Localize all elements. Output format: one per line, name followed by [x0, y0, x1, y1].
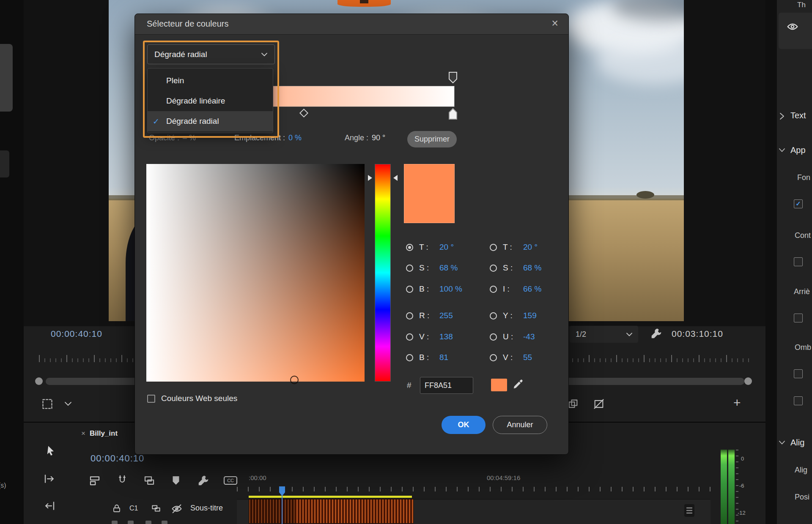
radio-button[interactable]: [406, 333, 413, 341]
hue-slider-arrow-left[interactable]: [368, 175, 372, 181]
monitor-timecode-current[interactable]: 00:00:40:10: [51, 329, 102, 339]
field-value[interactable]: -43: [523, 332, 535, 341]
cutoff-icon[interactable]: [145, 521, 151, 524]
add-marker-icon[interactable]: [170, 474, 182, 487]
delete-stop-button[interactable]: Supprimer: [407, 131, 457, 147]
field-value[interactable]: 255: [439, 311, 453, 320]
radio-button[interactable]: [406, 312, 413, 319]
field-value[interactable]: 20 °: [439, 243, 454, 252]
field-value[interactable]: 20 °: [523, 243, 538, 252]
radio-button[interactable]: [406, 354, 413, 361]
tab-close-icon[interactable]: ×: [81, 429, 85, 438]
field-value[interactable]: 55: [523, 353, 532, 362]
field-value[interactable]: 138: [439, 332, 453, 341]
radio-button[interactable]: [490, 333, 497, 341]
radio-button[interactable]: [490, 286, 497, 293]
linked-selection-icon[interactable]: [143, 474, 156, 487]
monitor-zoom-dropdown[interactable]: 1/2: [570, 326, 638, 343]
add-button-icon[interactable]: +: [733, 396, 741, 410]
field-value[interactable]: 159: [523, 311, 537, 320]
export-frame-icon[interactable]: [567, 398, 579, 410]
location-field[interactable]: Emplacement : 0 %: [234, 134, 302, 142]
menu-item-degrade-radial[interactable]: ✓ Dégradé radial: [148, 111, 273, 131]
location-value[interactable]: 0 %: [288, 134, 302, 142]
angle-value[interactable]: 90 °: [372, 134, 385, 142]
chevron-down-icon[interactable]: [779, 148, 785, 153]
visibility-eye-icon[interactable]: [786, 20, 799, 33]
track-label[interactable]: Sous-titre: [190, 504, 223, 513]
menu-item-degrade-lineaire[interactable]: Dégradé linéaire: [148, 91, 273, 111]
section-text[interactable]: Text: [790, 111, 806, 120]
arriere-plan-checkbox[interactable]: [794, 314, 803, 322]
web-colors-checkbox[interactable]: [147, 395, 155, 403]
prop-ombre: Omb: [795, 343, 811, 352]
left-dock-tab-small[interactable]: [0, 150, 9, 177]
gradient-opacity-stop[interactable]: [448, 71, 458, 84]
field-value[interactable]: 81: [439, 353, 448, 362]
radio-button[interactable]: [490, 244, 497, 251]
timeline-timecode[interactable]: 00:00:40:10: [91, 453, 144, 464]
captions-cc-icon[interactable]: CC: [223, 474, 238, 487]
dialog-close-icon[interactable]: ×: [551, 17, 558, 30]
track-sync-icon[interactable]: [151, 503, 162, 514]
color-field-cursor[interactable]: [290, 376, 299, 384]
scrollbar-handle-right[interactable]: [744, 377, 752, 385]
radio-button[interactable]: [406, 286, 413, 293]
timeline-settings-wrench-icon[interactable]: [197, 474, 210, 487]
gradient-midpoint-diamond[interactable]: [299, 109, 308, 117]
track-hidden-eye-icon[interactable]: [171, 503, 183, 515]
hue-slider-arrow-right[interactable]: [393, 175, 398, 181]
ok-button[interactable]: OK: [442, 416, 486, 434]
chevron-down-icon[interactable]: [779, 440, 785, 445]
field-value[interactable]: 68 %: [439, 263, 458, 273]
cutoff-icon[interactable]: [128, 521, 134, 524]
playhead-line[interactable]: [282, 496, 283, 524]
field-label: S :: [419, 263, 433, 273]
ombre-checkbox[interactable]: [794, 369, 803, 378]
opacity-field[interactable]: Opacité : – %: [149, 134, 196, 142]
chevron-down-icon[interactable]: [64, 401, 72, 406]
eyedropper-icon[interactable]: [512, 377, 525, 390]
left-dock-tab[interactable]: [0, 44, 13, 112]
dialog-titlebar[interactable]: Sélecteur de couleurs ×: [135, 14, 568, 35]
chevron-right-icon[interactable]: [779, 112, 785, 120]
radio-button[interactable]: [406, 244, 413, 251]
section-apparence[interactable]: App: [790, 145, 806, 155]
track-lock-icon[interactable]: [112, 503, 122, 514]
settings-wrench-icon[interactable]: [650, 327, 663, 340]
sequence-tab[interactable]: × Billy_int: [81, 429, 118, 438]
color-field[interactable]: [146, 164, 365, 382]
extra-checkbox[interactable]: [794, 396, 803, 405]
snap-disabled-icon[interactable]: [593, 398, 605, 410]
cutoff-icon[interactable]: [162, 521, 167, 524]
selection-tool-icon[interactable]: [45, 445, 57, 458]
angle-field[interactable]: Angle : 90 °: [345, 134, 385, 142]
hex-input[interactable]: [420, 377, 473, 394]
timeline-ruler-ticks[interactable]: [237, 487, 710, 491]
menu-item-plein[interactable]: Plein: [148, 71, 273, 91]
fond-checkbox[interactable]: ✓: [794, 199, 803, 208]
cutoff-icon[interactable]: [112, 521, 118, 524]
radio-button[interactable]: [490, 312, 497, 319]
radio-button[interactable]: [490, 265, 497, 272]
scrollbar-handle-left[interactable]: [35, 377, 43, 385]
hue-strip[interactable]: [375, 164, 391, 382]
radio-button[interactable]: [406, 265, 413, 272]
field-value[interactable]: 66 %: [523, 284, 541, 294]
cancel-button[interactable]: Annuler: [493, 416, 547, 434]
field-value[interactable]: 68 %: [523, 263, 541, 273]
web-colors-row[interactable]: Couleurs Web seules: [147, 394, 237, 403]
track-name[interactable]: C1: [129, 505, 138, 512]
safe-margins-icon[interactable]: [41, 398, 53, 410]
field-value[interactable]: 100 %: [439, 284, 462, 294]
playhead-head[interactable]: [278, 486, 286, 497]
gradient-type-dropdown[interactable]: Dégradé radial: [147, 44, 275, 64]
section-alignement[interactable]: Alig: [790, 438, 804, 448]
contour-checkbox[interactable]: [794, 257, 803, 266]
gradient-color-stop[interactable]: [448, 108, 458, 120]
ripple-edit-icon[interactable]: [43, 499, 56, 512]
snap-magnet-icon[interactable]: [116, 474, 129, 487]
track-select-forward-icon[interactable]: [43, 472, 56, 485]
nest-toggle-icon[interactable]: [88, 474, 101, 487]
radio-button[interactable]: [490, 354, 497, 361]
